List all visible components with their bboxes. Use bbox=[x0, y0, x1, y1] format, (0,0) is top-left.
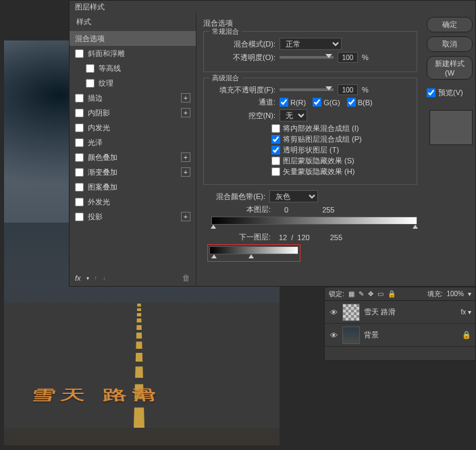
style-label: 渐变叠加 bbox=[88, 167, 117, 177]
styles-footer: fx ▾ ↑ ↓ 🗑 bbox=[70, 270, 196, 286]
add-effect-icon[interactable]: + bbox=[181, 108, 190, 117]
style-checkbox[interactable] bbox=[75, 109, 84, 117]
opacity-slider[interactable] bbox=[280, 56, 334, 59]
style-label: 图案叠加 bbox=[88, 182, 117, 192]
move-down-icon[interactable]: ↓ bbox=[103, 275, 106, 281]
style-checkbox[interactable] bbox=[75, 168, 84, 177]
style-item[interactable]: 内发光 bbox=[70, 120, 196, 135]
styles-column: 样式 混合选项 斜面和浮雕等高线纹理描边+内阴影+内发光光泽颜色叠加+渐变叠加+… bbox=[70, 13, 196, 286]
preview-checkbox[interactable]: 预览(V) bbox=[427, 88, 473, 98]
visibility-icon[interactable]: 👁 bbox=[329, 308, 338, 316]
blend-mode-label: 混合模式(D): bbox=[211, 39, 275, 49]
style-checkbox[interactable] bbox=[86, 64, 95, 73]
style-item[interactable]: 外发光 bbox=[70, 194, 196, 209]
this-layer-slider[interactable] bbox=[211, 217, 417, 230]
visibility-icon[interactable]: 👁 bbox=[329, 331, 338, 339]
style-label: 光泽 bbox=[88, 138, 103, 148]
style-checkbox[interactable] bbox=[75, 153, 84, 162]
cancel-button[interactable]: 取消 bbox=[427, 36, 473, 52]
layer-row[interactable]: 👁 雪天 路滑 fx ▾ bbox=[325, 301, 475, 324]
lock-all-icon[interactable]: 🔒 bbox=[388, 290, 396, 298]
fx-badge[interactable]: fx ▾ bbox=[460, 308, 471, 316]
style-label: 描边 bbox=[88, 93, 103, 103]
transparency-shapes-checkbox[interactable]: 透明形状图层 (T) bbox=[271, 145, 410, 155]
fx-dropdown-icon[interactable]: ▾ bbox=[86, 275, 89, 281]
style-item[interactable]: 等高线 bbox=[70, 61, 196, 76]
style-item[interactable]: 内阴影+ bbox=[70, 105, 196, 120]
channel-r[interactable]: R(R) bbox=[280, 98, 306, 107]
style-label: 纹理 bbox=[99, 78, 113, 88]
lock-pixels-icon[interactable]: ▦ bbox=[348, 290, 354, 298]
under-layer-label: 下一图层: bbox=[233, 232, 271, 242]
blending-options-row[interactable]: 混合选项 bbox=[70, 31, 196, 46]
advanced-group-label: 高级混合 bbox=[209, 74, 242, 83]
style-checkbox[interactable] bbox=[75, 183, 84, 192]
style-item[interactable]: 斜面和浮雕 bbox=[70, 46, 196, 61]
blend-mode-select[interactable]: 正常 bbox=[280, 38, 342, 50]
fill-opacity-input[interactable] bbox=[338, 84, 358, 95]
style-item[interactable]: 描边+ bbox=[70, 90, 196, 105]
style-checkbox[interactable] bbox=[75, 198, 84, 206]
style-item[interactable]: 投影+ bbox=[70, 209, 196, 224]
style-item[interactable]: 图案叠加 bbox=[70, 179, 196, 194]
blend-if-label: 混合颜色带(E): bbox=[203, 192, 265, 202]
layer-name[interactable]: 背景 bbox=[364, 330, 379, 340]
pct-label: % bbox=[362, 53, 369, 61]
styles-header: 样式 bbox=[70, 13, 196, 31]
fill-opacity-label: 填充不透明度(F): bbox=[211, 85, 275, 95]
layer-thumb bbox=[342, 304, 360, 321]
ul-v1: 120 bbox=[297, 233, 309, 242]
this-layer-label: 本图层: bbox=[233, 204, 271, 215]
add-effect-icon[interactable]: + bbox=[181, 93, 190, 103]
opacity-input[interactable] bbox=[338, 52, 358, 63]
style-checkbox[interactable] bbox=[75, 49, 84, 58]
layer-row[interactable]: 👁 背景 🔒 bbox=[325, 324, 475, 347]
move-up-icon[interactable]: ↑ bbox=[95, 275, 98, 281]
ok-button[interactable]: 确定 bbox=[427, 17, 473, 32]
blend-interior-checkbox[interactable]: 将内部效果混合成组 (I) bbox=[271, 123, 410, 134]
dialog-buttons: 确定 取消 新建样式(W 预览(V) bbox=[424, 13, 475, 286]
fx-menu[interactable]: fx bbox=[75, 274, 81, 282]
layers-panel: 锁定: ▦ ✎ ✥ ▭ 🔒 填充: 100% ▾ 👁 雪天 路滑 fx ▾ 👁 … bbox=[324, 287, 476, 361]
lock-brush-icon[interactable]: ✎ bbox=[359, 290, 364, 298]
fill-label: 填充: bbox=[427, 289, 443, 299]
layer-name[interactable]: 雪天 路滑 bbox=[364, 307, 396, 317]
vector-mask-hides-checkbox[interactable]: 矢量蒙版隐藏效果 (H) bbox=[271, 167, 410, 177]
style-label: 内发光 bbox=[88, 123, 110, 133]
general-blending-group: 常规混合 混合模式(D): 正常 不透明度(O): % bbox=[203, 31, 417, 72]
style-checkbox[interactable] bbox=[75, 123, 84, 132]
knockout-select[interactable]: 无 bbox=[280, 109, 307, 121]
style-label: 颜色叠加 bbox=[88, 152, 117, 163]
add-effect-icon[interactable]: + bbox=[181, 152, 190, 162]
add-effect-icon[interactable]: + bbox=[181, 212, 190, 221]
lock-icon: 🔒 bbox=[462, 331, 471, 339]
style-item[interactable]: 渐变叠加+ bbox=[70, 165, 196, 179]
fill-opacity-slider[interactable] bbox=[280, 88, 334, 91]
style-label: 等高线 bbox=[99, 63, 121, 74]
style-item[interactable]: 颜色叠加+ bbox=[70, 150, 196, 165]
styles-list: 混合选项 斜面和浮雕等高线纹理描边+内阴影+内发光光泽颜色叠加+渐变叠加+图案叠… bbox=[70, 31, 196, 270]
style-checkbox[interactable] bbox=[75, 213, 84, 221]
fill-dropdown-icon[interactable]: ▾ bbox=[468, 290, 471, 298]
style-label: 投影 bbox=[88, 212, 103, 222]
blend-if-select[interactable]: 灰色 bbox=[269, 190, 318, 202]
knockout-label: 挖空(N): bbox=[211, 111, 275, 121]
blend-clipped-checkbox[interactable]: 将剪贴图层混合成组 (P) bbox=[271, 134, 410, 144]
layer-mask-hides-checkbox[interactable]: 图层蒙版隐藏效果 (S) bbox=[271, 156, 410, 166]
lock-move-icon[interactable]: ✥ bbox=[368, 290, 373, 298]
lock-artboard-icon[interactable]: ▭ bbox=[377, 290, 384, 298]
new-style-button[interactable]: 新建样式(W bbox=[427, 56, 473, 80]
add-effect-icon[interactable]: + bbox=[181, 167, 190, 177]
underlying-layer-slider[interactable] bbox=[209, 246, 298, 260]
style-item[interactable]: 纹理 bbox=[70, 76, 196, 90]
style-checkbox[interactable] bbox=[75, 138, 84, 147]
style-checkbox[interactable] bbox=[86, 79, 95, 88]
this-black: 0 bbox=[284, 206, 288, 214]
channel-g[interactable]: G(G) bbox=[313, 98, 340, 107]
trash-icon[interactable]: 🗑 bbox=[182, 273, 190, 283]
fill-value: 100% bbox=[446, 290, 464, 298]
channel-b[interactable]: B(B) bbox=[347, 98, 373, 107]
style-item[interactable]: 光泽 bbox=[70, 135, 196, 150]
style-checkbox[interactable] bbox=[75, 94, 84, 103]
advanced-blending-group: 高级混合 填充不透明度(F): % 通道: R(R) G(G) B(B) bbox=[203, 78, 417, 185]
